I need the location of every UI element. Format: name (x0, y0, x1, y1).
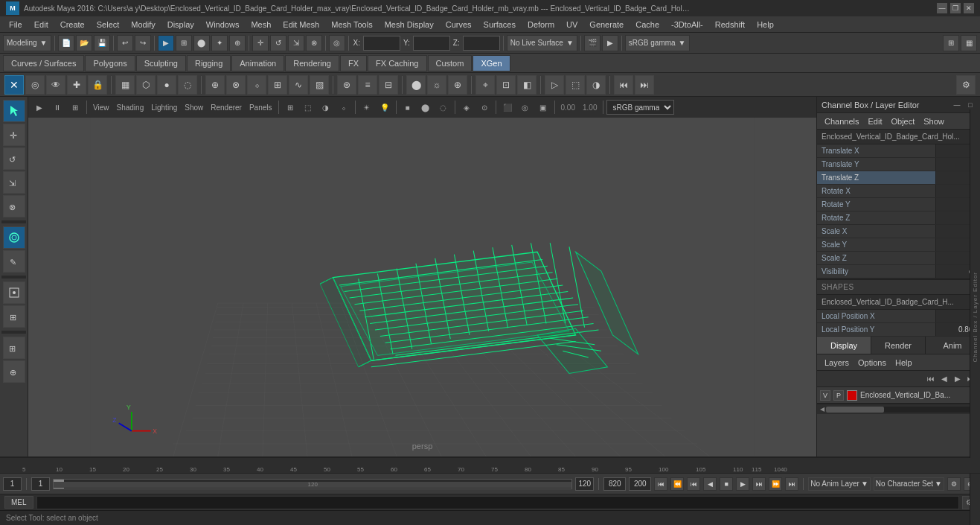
mode-selector[interactable]: Modeling ▼ (3, 35, 51, 51)
last-tool[interactable]: ⊞ (3, 305, 25, 328)
tab-animation[interactable]: Animation (231, 55, 284, 71)
tab-sculpting[interactable]: Sculpting (136, 55, 186, 71)
menu-uv[interactable]: UV (560, 16, 583, 32)
menu-file[interactable]: File (3, 16, 28, 32)
lighting-menu-btn[interactable]: Lighting (148, 104, 180, 112)
pts-icon-btn[interactable]: ⊕ (205, 75, 225, 95)
universal-tool[interactable]: ⊗ (3, 195, 25, 217)
menu-modify[interactable]: Modify (125, 16, 161, 32)
vp-hud-btn[interactable]: ◈ (458, 99, 475, 115)
range-start-input[interactable] (31, 477, 50, 491)
layer-icon-left-left[interactable]: ⏮ (925, 373, 937, 385)
play-fwd-btn[interactable]: ▶ (736, 477, 749, 491)
frame-skip-fwd-btn[interactable]: ⏭ (785, 477, 798, 491)
minimize-button[interactable]: — (937, 3, 947, 13)
vp-camera-btn[interactable]: ⊞ (67, 99, 83, 115)
menu-edit[interactable]: Edit (28, 16, 54, 32)
wire-icon-btn[interactable]: ⬚ (566, 75, 585, 95)
vp-icon-2[interactable]: ⬚ (300, 99, 316, 115)
x-input[interactable] (363, 36, 400, 51)
new-file-btn[interactable]: 📄 (58, 35, 74, 51)
shading-menu-btn[interactable]: Shading (114, 104, 147, 112)
snap-curve-tool[interactable]: ⊕ (3, 360, 25, 383)
current-frame-input-left[interactable] (3, 477, 22, 491)
menu-edit-mesh[interactable]: Edit Mesh (277, 16, 325, 32)
rotate-tool-btn[interactable]: ↺ (270, 35, 286, 51)
light-icon-btn[interactable]: ☼ (427, 75, 446, 95)
menu-generate[interactable]: Generate (583, 16, 630, 32)
scale-tool[interactable]: ⇲ (3, 171, 25, 194)
tab-xgen[interactable]: XGen (473, 55, 510, 71)
renderer-menu-btn[interactable]: Renderer (208, 104, 245, 112)
vp-icon-4[interactable]: ⬦ (336, 99, 352, 115)
menu-create[interactable]: Create (54, 16, 91, 32)
settings-gear-icon[interactable]: ⚙ (956, 75, 976, 95)
eye-icon-btn[interactable]: 👁 (46, 75, 65, 95)
menu-redshift[interactable]: Redshift (709, 16, 751, 32)
help-menu[interactable]: Help (891, 357, 917, 369)
frame-skip-back-btn[interactable]: ⏮ (654, 477, 667, 491)
snap-btn[interactable]: ✦ (211, 35, 228, 51)
circle-icon-btn[interactable]: ◎ (25, 75, 45, 95)
frame-back-btn[interactable]: ⏪ (670, 477, 684, 491)
rotate-tool[interactable]: ↺ (3, 147, 25, 170)
soft-mod-btn[interactable]: ◎ (329, 35, 345, 51)
save-file-btn[interactable]: 💾 (94, 35, 110, 51)
select-icon-btn[interactable]: ✕ (4, 75, 24, 95)
right-panel-scrollbar[interactable]: ◀ ▶ (817, 404, 980, 414)
layer-color-swatch[interactable] (847, 390, 857, 401)
channel-box-expand-btn[interactable]: □ (965, 100, 976, 110)
vp-icon-1[interactable]: ⊞ (282, 99, 298, 115)
play-back-btn[interactable]: ◀ (703, 477, 717, 491)
command-input[interactable] (36, 496, 959, 509)
render-thumb-btn[interactable]: ▷ (545, 75, 564, 95)
options-menu[interactable]: Options (854, 357, 891, 369)
vp-dof-btn[interactable]: ◎ (517, 99, 534, 115)
scrollbar-thumb[interactable] (826, 407, 884, 413)
viewport[interactable]: ▶ ⏸ ⊞ View Shading Lighting Show Rendere… (28, 97, 816, 456)
vp-sel-3[interactable]: ◌ (435, 99, 452, 115)
move-tool-btn[interactable]: ✛ (252, 35, 269, 51)
vp-isolate-btn[interactable]: ⊙ (476, 99, 493, 115)
misc-icon-btn[interactable]: ⊛ (337, 75, 356, 95)
lock-icon-btn[interactable]: 🔒 (88, 75, 107, 95)
render-btn[interactable]: 🎬 (584, 35, 601, 51)
scrollbar-left-arrow[interactable]: ◀ (819, 406, 826, 413)
vp-ssao-btn[interactable]: ⬛ (499, 99, 516, 115)
view-menu-btn[interactable]: View (90, 104, 112, 112)
cam-icon-btn[interactable]: ⬤ (406, 75, 426, 95)
menu-windows[interactable]: Windows (200, 16, 246, 32)
lasso-btn[interactable]: ⊞ (176, 35, 192, 51)
gamma-selector[interactable]: sRGB gamma ▼ (625, 35, 690, 51)
menu-select[interactable]: Select (91, 16, 126, 32)
tab-curves-surfaces[interactable]: Curves / Surfaces (3, 55, 84, 71)
deformer-icon-btn[interactable]: ⊞ (268, 75, 287, 95)
panel-btn[interactable]: ▦ (961, 35, 977, 51)
grid-icon-btn[interactable]: ⊟ (379, 75, 398, 95)
layers-menu[interactable]: Layers (820, 357, 854, 369)
tab-fx-caching[interactable]: FX Caching (368, 55, 426, 71)
channels-menu[interactable]: Channels (820, 115, 863, 127)
menu-curves[interactable]: Curves (440, 16, 478, 32)
undo-btn[interactable]: ↩ (117, 35, 133, 51)
stop-btn[interactable]: ■ (720, 477, 733, 491)
vp-aa-btn[interactable]: ▣ (535, 99, 551, 115)
tab-render[interactable]: Render (871, 337, 926, 354)
timeline-slider[interactable]: 120 (53, 479, 572, 489)
vp-icon-3[interactable]: ◑ (318, 99, 334, 115)
tab-rendering[interactable]: Rendering (285, 55, 339, 71)
script-mode-selector[interactable]: MEL (4, 496, 33, 509)
snap1-icon-btn[interactable]: ⌖ (475, 75, 495, 95)
channel-box-minimize-btn[interactable]: — (952, 100, 962, 110)
paint-select-tool[interactable]: ✎ (3, 250, 25, 273)
menu-mesh-tools[interactable]: Mesh Tools (325, 16, 378, 32)
add-icon-btn[interactable]: ✚ (67, 75, 86, 95)
layer-visibility-btn[interactable]: V (820, 390, 830, 401)
playback2-icon-btn[interactable]: ⏭ (635, 75, 654, 95)
menu-surfaces[interactable]: Surfaces (478, 16, 522, 32)
tab-custom[interactable]: Custom (428, 55, 473, 71)
dynamic-icon-btn[interactable]: ∿ (289, 75, 308, 95)
joint-icon-btn[interactable]: ⊗ (226, 75, 246, 95)
max-range-input[interactable] (629, 477, 651, 491)
layout-btn[interactable]: ⊞ (943, 35, 959, 51)
